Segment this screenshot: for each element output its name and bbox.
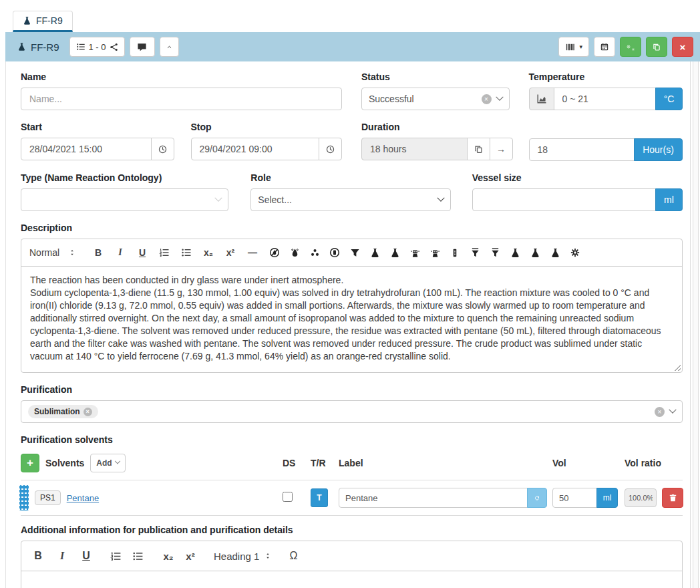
purification-clear-icon[interactable]: ×	[655, 407, 665, 417]
vertical-scrollbar[interactable]	[693, 61, 699, 588]
subscript-button[interactable]: x₂	[161, 549, 176, 563]
ordered-list-button[interactable]	[157, 245, 172, 260]
dash-button[interactable]: —	[245, 245, 260, 260]
superscript-button[interactable]: x²	[223, 245, 238, 260]
tr-toggle-button[interactable]: T	[311, 488, 328, 507]
bold-button[interactable]: B	[31, 549, 45, 563]
ordered-list-icon	[159, 247, 170, 258]
close-button[interactable]: ×	[672, 37, 693, 57]
duration-unit-button[interactable]: Hour(s)	[634, 138, 683, 161]
name-input[interactable]	[21, 88, 342, 110]
flask-icon	[17, 42, 26, 51]
start-now-button[interactable]	[151, 138, 174, 160]
ds-checkbox[interactable]	[283, 492, 293, 502]
ordered-list-button[interactable]	[108, 549, 123, 563]
duration-label: Duration	[361, 122, 513, 132]
toolbar-settings-button[interactable]	[568, 245, 582, 260]
solvent-vol-input[interactable]	[552, 488, 597, 508]
settings-button[interactable]	[620, 37, 641, 57]
purification-select[interactable]: Sublimation × ×	[21, 400, 683, 423]
purification-tag: Sublimation ×	[28, 405, 98, 418]
stop-now-button[interactable]	[319, 138, 342, 160]
role-select[interactable]: Select...	[250, 188, 450, 211]
degas-icon-button[interactable]	[287, 245, 302, 260]
collapse-button[interactable]	[160, 37, 179, 57]
molecule-dots-icon-button[interactable]	[307, 245, 322, 260]
add-dropdown-button[interactable]: Add	[90, 454, 125, 472]
solvent-label-input[interactable]	[339, 488, 528, 508]
vessel-size-input[interactable]	[472, 188, 656, 211]
duplicate-button[interactable]	[646, 37, 667, 57]
bullet-list-button[interactable]	[179, 245, 194, 260]
flask-hb-icon-button[interactable]	[528, 245, 542, 260]
vessel-unit-button[interactable]: ml	[655, 188, 683, 211]
start-input[interactable]	[21, 138, 152, 160]
underline-button[interactable]: U	[79, 549, 94, 563]
name-label: Name	[21, 71, 342, 82]
copy-icon	[653, 42, 661, 52]
chevron-down-icon	[669, 406, 676, 414]
duration-transfer-button[interactable]: →	[490, 138, 513, 160]
status-clear-icon[interactable]: ×	[482, 94, 492, 104]
area-chart-icon	[536, 94, 547, 104]
resize-handle[interactable]	[673, 363, 681, 371]
column-vol: Vol	[552, 458, 618, 468]
dots-icon	[310, 248, 320, 258]
duration-value-input[interactable]	[529, 138, 635, 161]
chevron-down-icon	[437, 194, 444, 202]
heading-select[interactable]: Heading 1	[214, 551, 271, 562]
flask-b-icon-button[interactable]	[387, 245, 402, 260]
omega-button[interactable]: Ω	[286, 549, 301, 563]
add-solvent-button[interactable]: +	[21, 454, 39, 472]
bold-button[interactable]: B	[91, 245, 106, 260]
role-label: Role	[250, 172, 450, 183]
share-icon	[110, 43, 118, 51]
funnel-arrow-icon	[470, 248, 480, 258]
format-value: Normal	[29, 247, 59, 258]
tab-ff-r9[interactable]: FF-R9	[13, 11, 73, 32]
funnel-icon	[350, 248, 360, 258]
flask-icon	[530, 248, 540, 258]
purification-solvents-label: Purification solvents	[21, 434, 683, 445]
close-icon: ×	[680, 41, 686, 53]
flask-a-icon-button[interactable]	[367, 245, 382, 260]
barcode-print-button[interactable]: ▾	[558, 37, 589, 57]
robot-a-icon-button[interactable]	[407, 245, 422, 260]
bullet-list-button[interactable]	[130, 549, 145, 563]
solvent-refresh-button[interactable]	[527, 488, 547, 508]
tab-label: FF-R9	[36, 15, 63, 26]
status-label: Status	[361, 71, 510, 82]
gloved-hand-icon-button[interactable]	[327, 245, 342, 260]
temperature-unit-button[interactable]: °C	[655, 88, 683, 110]
filter-funnel-p-icon-button[interactable]	[347, 245, 362, 260]
flask-icon	[390, 248, 400, 258]
tag-remove-icon[interactable]: ×	[83, 408, 92, 416]
temperature-chart-button[interactable]	[529, 88, 554, 110]
format-select[interactable]: Normal	[29, 247, 91, 258]
flask-ha-icon-button[interactable]	[508, 245, 522, 260]
italic-button[interactable]: I	[55, 549, 69, 563]
description-textarea[interactable]: The reaction has been conducted in dry g…	[21, 267, 682, 372]
sample-counter-button[interactable]: 1 - 0	[69, 37, 125, 57]
drag-handle[interactable]	[19, 485, 29, 510]
funnel-out-icon-button[interactable]	[488, 245, 502, 260]
status-select[interactable]: Successful ×	[361, 88, 510, 110]
type-select[interactable]	[21, 188, 228, 211]
comments-button[interactable]	[130, 37, 155, 57]
underline-button[interactable]: U	[135, 245, 150, 260]
stop-input[interactable]	[191, 138, 320, 160]
flask-hc-icon-button[interactable]	[548, 245, 562, 260]
funnel-in-icon-button[interactable]	[468, 245, 482, 260]
delete-solvent-button[interactable]	[662, 488, 683, 508]
robot-b-icon-button[interactable]	[427, 245, 442, 260]
cartridge-icon-button[interactable]	[448, 245, 462, 260]
calendar-button[interactable]	[594, 37, 615, 57]
temperature-input[interactable]	[554, 88, 657, 110]
duration-copy-button[interactable]	[467, 138, 490, 160]
italic-button[interactable]: I	[113, 245, 128, 260]
solvent-name-link[interactable]: Pentane	[67, 493, 99, 503]
dry-solvent-icon-button[interactable]	[267, 245, 282, 260]
subscript-button[interactable]: x₂	[201, 245, 216, 260]
superscript-button[interactable]: x²	[183, 549, 198, 563]
additional-info-textarea[interactable]	[21, 571, 682, 588]
